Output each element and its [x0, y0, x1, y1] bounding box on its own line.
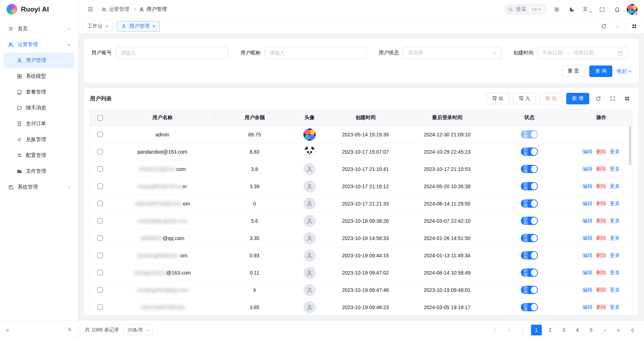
next-page-button[interactable]: › [599, 325, 610, 335]
hamburger-menu-button[interactable] [85, 4, 96, 15]
delete-link[interactable]: 删除 [596, 200, 606, 207]
row-checkbox[interactable] [98, 184, 103, 189]
select-all-checkbox[interactable] [98, 115, 103, 121]
search-button[interactable]: 查 询 [589, 65, 612, 77]
tab-menu-button[interactable] [612, 21, 623, 32]
breadcrumb-user-management[interactable]: 用户管理 [139, 6, 167, 13]
row-checkbox[interactable] [98, 287, 103, 293]
sidebar-item-payment-orders[interactable]: 支付订单 [4, 116, 75, 132]
user-avatar[interactable] [627, 4, 638, 15]
edit-link[interactable]: 编辑 [582, 304, 593, 311]
breadcrumb-operations[interactable]: 运营管理 [102, 6, 129, 13]
edit-link[interactable]: 编辑 [582, 183, 593, 190]
status-toggle[interactable]: 启用 [521, 130, 538, 139]
sidebar-item-config-management[interactable]: 配置管理 [4, 148, 75, 163]
table-refresh-button[interactable] [593, 93, 604, 104]
more-link[interactable]: 更多 [610, 166, 620, 172]
edit-link[interactable]: 编辑 [582, 287, 593, 293]
delete-button[interactable]: 删 除 [540, 93, 563, 104]
status-toggle[interactable]: 启用 [521, 165, 538, 173]
prev-page-button[interactable]: ‹ [517, 325, 528, 335]
reset-button[interactable]: 重 置 [562, 65, 585, 77]
delete-link[interactable]: 删除 [596, 183, 606, 190]
global-search[interactable]: 搜索 Ctrl K [504, 4, 547, 15]
row-checkbox[interactable] [98, 149, 103, 154]
sidebar-item-operations[interactable]: 运营管理 [4, 37, 75, 53]
sidebar-item-chat-messages[interactable]: 聊天消息 [4, 100, 75, 116]
status-toggle[interactable]: 启用 [521, 268, 538, 277]
pin-icon[interactable] [67, 327, 72, 333]
delete-link[interactable]: 删除 [596, 149, 606, 155]
sidebar-item-system-models[interactable]: 系统模型 [4, 68, 75, 84]
edit-link[interactable]: 编辑 [582, 218, 593, 224]
row-checkbox[interactable] [98, 304, 103, 310]
add-button[interactable]: 新 增 [566, 93, 589, 104]
settings-button[interactable] [551, 4, 562, 15]
close-icon[interactable]: × [152, 23, 155, 29]
sidebar-item-user-management[interactable]: 用户管理 [4, 53, 75, 68]
status-toggle[interactable]: 启用 [521, 286, 538, 294]
more-link[interactable]: 更多 [610, 287, 620, 293]
scrollbar-thumb[interactable] [629, 126, 631, 165]
collapse-filters-link[interactable]: 收起 [617, 68, 631, 74]
close-icon[interactable]: × [105, 23, 108, 29]
account-input[interactable] [116, 47, 228, 59]
row-checkbox[interactable] [98, 201, 103, 206]
status-toggle[interactable]: 启用 [521, 199, 538, 208]
more-link[interactable]: 更多 [610, 304, 620, 311]
page-button[interactable]: 3 [558, 325, 569, 335]
more-link[interactable]: 更多 [610, 270, 620, 276]
sidebar-item-exchange-management[interactable]: 兑换管理 [4, 132, 75, 148]
tab-user-management[interactable]: 用户管理 × [117, 21, 160, 32]
export-button[interactable]: 导 出 [486, 93, 509, 104]
page-button[interactable]: 2 [545, 325, 555, 335]
page-button[interactable]: 1 [531, 325, 542, 335]
row-checkbox[interactable] [98, 132, 103, 137]
row-checkbox[interactable] [98, 218, 103, 223]
sidebar-item-home[interactable]: 首页 [4, 21, 75, 37]
status-toggle[interactable]: 启用 [521, 182, 538, 190]
next-5-pages-button[interactable]: » [613, 325, 624, 335]
delete-link[interactable]: 删除 [596, 218, 606, 224]
edit-link[interactable]: 编辑 [582, 166, 593, 172]
column-settings-button[interactable] [622, 93, 632, 104]
edit-link[interactable]: 编辑 [582, 235, 593, 241]
table-scrollbar[interactable] [629, 126, 631, 314]
notifications-button[interactable] [612, 4, 622, 15]
layout-toggle-button[interactable] [629, 21, 640, 32]
more-link[interactable]: 更多 [610, 235, 620, 241]
table-fullscreen-button[interactable] [607, 93, 618, 104]
more-link[interactable]: 更多 [610, 183, 620, 190]
tab-refresh-button[interactable] [598, 21, 609, 32]
status-toggle[interactable]: 启用 [521, 251, 538, 259]
nickname-input[interactable] [265, 47, 366, 59]
edit-link[interactable]: 编辑 [582, 270, 593, 276]
page-button[interactable]: 5 [586, 325, 596, 335]
row-checkbox[interactable] [98, 166, 103, 172]
first-page-button[interactable]: |‹ [490, 325, 501, 335]
last-page-button[interactable]: ›| [627, 325, 638, 335]
status-select[interactable]: 请选择 [403, 47, 501, 59]
page-button[interactable]: 4 [572, 325, 583, 335]
delete-link[interactable]: 删除 [596, 252, 606, 259]
status-toggle[interactable]: 启用 [521, 303, 538, 311]
sidebar-item-system-management[interactable]: 系统管理 [4, 179, 75, 195]
import-button[interactable]: 导 入 [513, 93, 536, 104]
status-toggle[interactable]: 启用 [521, 217, 538, 225]
delete-link[interactable]: 删除 [596, 270, 606, 276]
row-checkbox[interactable] [98, 270, 103, 275]
more-link[interactable]: 更多 [610, 218, 620, 224]
row-checkbox[interactable] [98, 253, 103, 258]
sidebar-item-package-management[interactable]: 套餐管理 [4, 84, 75, 100]
row-checkbox[interactable] [98, 235, 103, 241]
page-size-select[interactable]: 20条/页 [123, 325, 153, 335]
more-link[interactable]: 更多 [610, 149, 620, 155]
sidebar-collapse-button[interactable]: « [6, 326, 9, 334]
delete-link[interactable]: 删除 [596, 166, 606, 172]
tab-workbench[interactable]: 工作台 × [83, 21, 113, 32]
date-range-picker[interactable]: 开始日期 → 结束日期 [538, 47, 628, 59]
sidebar-item-file-management[interactable]: 文件管理 [4, 163, 75, 179]
fullscreen-button[interactable] [596, 4, 607, 15]
delete-link[interactable]: 删除 [596, 304, 606, 311]
delete-link[interactable]: 删除 [596, 235, 606, 241]
